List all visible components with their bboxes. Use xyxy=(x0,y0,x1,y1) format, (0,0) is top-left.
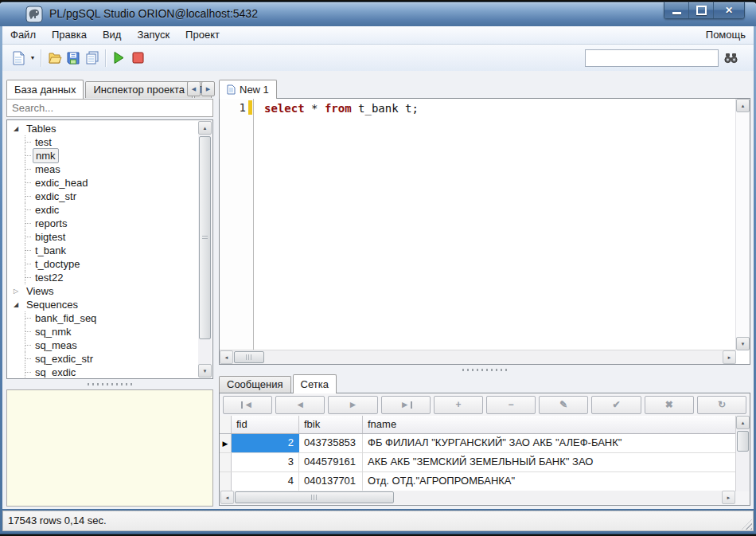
maximize-button[interactable] xyxy=(689,2,714,18)
tree-search-input[interactable] xyxy=(6,99,213,117)
cell-fid[interactable]: 3 xyxy=(232,453,299,471)
titlebar[interactable]: PL/pgSQL Studio ORION@localhost:5432 ✕ xyxy=(0,2,756,26)
nav-cancel-button[interactable]: ✖ xyxy=(645,396,694,414)
tree-item[interactable]: exdic xyxy=(8,203,198,217)
menu-item-0[interactable]: Файл xyxy=(2,26,44,44)
tree-item[interactable]: sq_nmk xyxy=(8,325,198,338)
tree-item[interactable]: ◢ Sequences xyxy=(8,298,198,311)
editor-hscroll-thumb[interactable] xyxy=(234,351,264,363)
tree-item-label[interactable]: Sequences xyxy=(24,298,80,311)
tree-item[interactable]: exdic_head xyxy=(8,176,198,190)
save-file-button[interactable] xyxy=(64,49,83,68)
nav-delete-button[interactable]: − xyxy=(486,396,536,414)
cell-fbik[interactable]: 040137701 xyxy=(299,472,363,491)
tree-item[interactable]: exdic_str xyxy=(8,190,198,203)
tree-expander-icon[interactable]: ◢ xyxy=(14,298,24,311)
tree-item[interactable]: ▷ Views xyxy=(8,284,198,298)
tree-item-label[interactable]: bigtest xyxy=(33,230,68,244)
scroll-up-icon[interactable]: ▲ xyxy=(736,416,750,429)
scroll-up-icon[interactable]: ▲ xyxy=(198,121,212,135)
scroll-right-icon[interactable]: ► xyxy=(723,350,736,364)
tree-item[interactable]: bank_fid_seq xyxy=(8,311,198,325)
tree-scroll-thumb[interactable] xyxy=(199,136,211,339)
tree-item-label[interactable]: test22 xyxy=(33,271,65,284)
nav-edit-button[interactable]: ✎ xyxy=(539,396,588,414)
tree-item[interactable]: t_doctype xyxy=(8,257,198,271)
new-file-dropdown[interactable]: ▼ xyxy=(28,49,37,68)
tree-item[interactable]: bigtest xyxy=(8,230,198,244)
tab-scroll-left-icon[interactable]: ◀ xyxy=(187,81,201,96)
nav-prior-button[interactable]: ◄ xyxy=(275,396,325,414)
tree-item-label[interactable]: t_bank xyxy=(33,244,68,257)
table-row[interactable]: 4 040137701 Отд. ОТД."АГРОПРОМБАНКА" xyxy=(220,472,750,491)
new-file-button[interactable] xyxy=(9,49,28,68)
find-icon[interactable] xyxy=(722,49,739,67)
menu-item-1[interactable]: Правка xyxy=(44,26,95,44)
code-line[interactable]: select * from t_bank t; xyxy=(264,102,419,115)
scroll-up-icon[interactable]: ▲ xyxy=(736,99,750,112)
grid-horizontal-scrollbar[interactable]: ◄ ► xyxy=(220,491,735,504)
tree-item-label[interactable]: Tables xyxy=(24,122,59,135)
tab-scroll-right-icon[interactable]: ▶ xyxy=(201,81,215,96)
tree-vertical-scrollbar[interactable]: ▲ ▼ xyxy=(198,121,212,378)
tree-item[interactable]: test22 xyxy=(8,271,198,284)
scroll-left-icon[interactable]: ◄ xyxy=(220,350,233,364)
run-button[interactable] xyxy=(109,49,128,68)
tree-item[interactable]: sq_exdic_str xyxy=(8,352,198,366)
sql-editor[interactable]: 1 select * from t_bank t; ◄ ► ▲ ▼ xyxy=(219,98,750,365)
tree-item-label[interactable]: exdic_str xyxy=(33,190,79,203)
tree-item-label[interactable]: exdic xyxy=(33,203,61,217)
scroll-left-icon[interactable]: ◄ xyxy=(220,491,234,504)
tree-item-label[interactable]: sq_exdic xyxy=(33,366,78,378)
result-grid[interactable]: fid fbik fname ▶ 2 043735853 ФБ ФИЛИАЛ "… xyxy=(220,416,750,491)
tab-messages[interactable]: Сообщения xyxy=(219,376,291,393)
tree-item-label[interactable]: bank_fid_seq xyxy=(33,311,99,325)
tree-item[interactable]: t_bank xyxy=(8,244,198,257)
tree-item[interactable]: sq_meas xyxy=(8,338,198,352)
grid-hscroll-thumb[interactable] xyxy=(235,491,394,503)
open-file-button[interactable] xyxy=(45,49,64,68)
stop-button[interactable] xyxy=(128,49,147,68)
cell-fname[interactable]: ФБ ФИЛИАЛ "КУРГАНСКИЙ" ЗАО АКБ "АЛЕФ-БАН… xyxy=(363,434,736,452)
table-row[interactable]: ▶ 2 043735853 ФБ ФИЛИАЛ "КУРГАНСКИЙ" ЗАО… xyxy=(220,434,750,453)
menu-item-4[interactable]: Проект xyxy=(177,26,228,44)
tree-item-label[interactable]: t_doctype xyxy=(33,257,82,271)
close-button[interactable]: ✕ xyxy=(714,2,744,18)
minimize-button[interactable] xyxy=(664,2,689,18)
editor-horizontal-scrollbar[interactable]: ◄ ► xyxy=(220,350,736,364)
tab-project-inspector[interactable]: Инспектор проекта xyxy=(85,81,193,98)
nav-next-button[interactable]: ► xyxy=(328,396,377,414)
cell-fbik[interactable]: 044579161 xyxy=(299,453,363,471)
cell-fbik[interactable]: 043735853 xyxy=(299,434,363,452)
menu-help[interactable]: Помощь xyxy=(698,26,754,44)
tab-new-1[interactable]: New 1 xyxy=(219,80,277,99)
save-all-button[interactable] xyxy=(83,49,102,68)
tree-item-label[interactable]: nmk xyxy=(33,148,59,163)
nav-last-button[interactable]: ► xyxy=(381,396,431,414)
tree-item[interactable]: reports xyxy=(8,217,198,230)
menu-item-3[interactable]: Запуск xyxy=(129,26,177,44)
tree-item-label[interactable]: sq_exdic_str xyxy=(33,352,95,366)
nav-post-button[interactable]: ✔ xyxy=(591,396,641,414)
grid-header-fbik[interactable]: fbik xyxy=(299,416,363,433)
cell-fname[interactable]: АКБ АКБ "ЗЕМСКИЙ ЗЕМЕЛЬНЫЙ БАНК" ЗАО xyxy=(363,453,736,471)
tree-item[interactable]: meas xyxy=(8,162,198,176)
table-row[interactable]: 3 044579161 АКБ АКБ "ЗЕМСКИЙ ЗЕМЕЛЬНЫЙ Б… xyxy=(220,453,750,472)
tree-item-label[interactable]: sq_nmk xyxy=(33,325,74,338)
grid-vertical-scrollbar[interactable]: ▲ xyxy=(735,416,750,491)
tree-expander-icon[interactable]: ◢ xyxy=(14,122,24,135)
menu-item-2[interactable]: Вид xyxy=(95,26,130,44)
scroll-down-icon[interactable]: ▼ xyxy=(736,337,750,350)
grid-header-fname[interactable]: fname xyxy=(363,416,736,433)
grid-header-fid[interactable]: fid xyxy=(232,416,299,433)
tree-item-label[interactable]: meas xyxy=(33,162,63,176)
tree-item-label[interactable]: reports xyxy=(33,217,69,230)
tree-item[interactable]: sq_exdic xyxy=(8,366,198,378)
tree-item[interactable]: ◢ Tables xyxy=(8,122,198,135)
tab-grid[interactable]: Сетка xyxy=(293,374,337,393)
cell-fname[interactable]: Отд. ОТД."АГРОПРОМБАНКА" xyxy=(363,472,736,491)
editor-vertical-scrollbar[interactable]: ▲ ▼ xyxy=(735,99,750,350)
cell-fid[interactable]: 2 xyxy=(232,434,299,452)
tree-item-label[interactable]: Views xyxy=(24,284,56,298)
tree-item-label[interactable]: sq_meas xyxy=(33,338,80,352)
